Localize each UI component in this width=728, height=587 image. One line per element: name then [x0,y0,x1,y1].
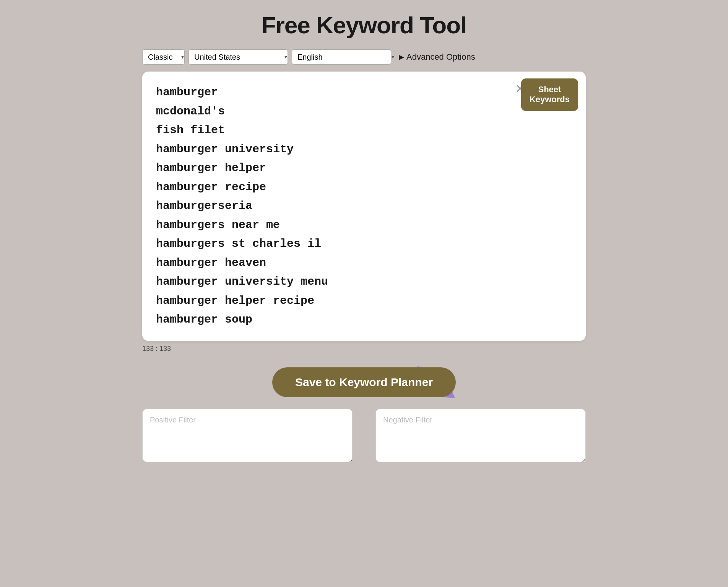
country-select-wrapper[interactable]: United States [188,49,292,65]
keyword-item-6: hamburger recipe [156,178,572,197]
keyword-item-3: fish filet [156,121,572,140]
advanced-options-label: Advanced Options [406,52,475,62]
sheet-keywords-button[interactable]: SheetKeywords [521,78,578,111]
classic-select-wrapper[interactable]: Classic [142,49,188,65]
filters-row: Positive Filter Negative Filter [142,409,586,464]
save-section: Save to Keyword Planner [142,367,586,397]
keyword-item-2: mcdonald's [156,102,572,121]
keyword-list: hamburger mcdonald's fish filet hamburge… [156,83,572,329]
keyword-item-10: hamburger heaven [156,254,572,273]
arrow-container: Save to Keyword Planner [142,367,586,397]
keyword-count: 133 : 133 [142,345,586,353]
country-select[interactable]: United States [188,49,288,65]
keyword-item-11: hamburger university menu [156,272,572,292]
keyword-item-13: hamburger soup [156,310,572,329]
negative-filter-wrapper: Negative Filter [375,409,586,464]
positive-filter-input[interactable] [142,409,353,462]
classic-select[interactable]: Classic [142,49,185,65]
positive-filter-wrapper: Positive Filter [142,409,353,464]
save-to-keyword-planner-button[interactable]: Save to Keyword Planner [272,367,456,397]
keyword-item-12: hamburger helper recipe [156,292,572,311]
language-select-wrapper[interactable]: English [292,49,399,65]
keyword-item-4: hamburger university [156,140,572,159]
page-title: Free Keyword Tool [262,11,467,39]
keyword-item-1: hamburger [156,83,572,102]
language-select[interactable]: English [292,49,391,65]
toolbar: Classic United States English ▶ Advanced… [142,49,586,65]
keyword-item-9: hamburgers st charles il [156,235,572,254]
keyword-item-8: hamburgers near me [156,216,572,235]
negative-filter-input[interactable] [375,409,586,462]
play-icon: ▶ [399,53,404,61]
keyword-item-5: hamburger helper [156,159,572,178]
keyword-box: × SheetKeywords hamburger mcdonald's fis… [142,72,586,341]
advanced-options-link[interactable]: ▶ Advanced Options [399,52,475,62]
keyword-item-7: hamburgerseria [156,197,572,216]
